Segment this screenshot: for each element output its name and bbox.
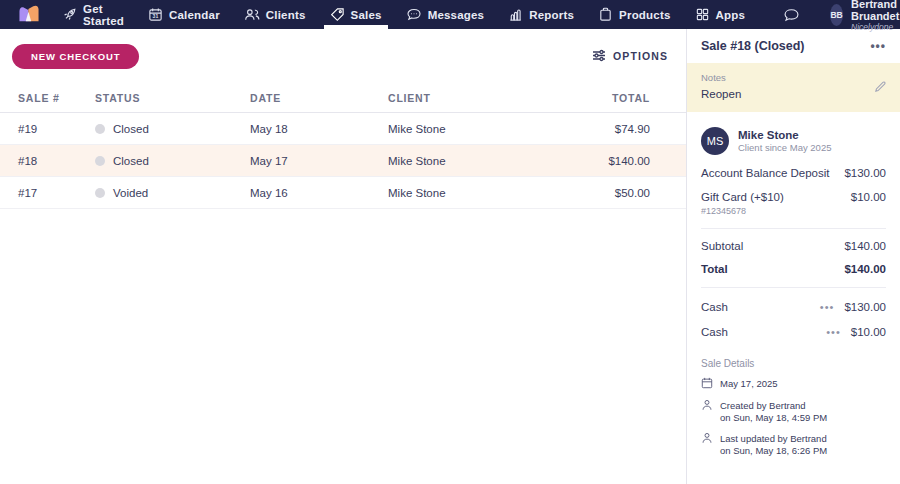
sale-detail-title: Sale #18 (Closed) <box>701 39 805 53</box>
column-header-total: TOTAL <box>546 92 650 104</box>
payment-row-cash-1: Cash ••• $130.00 <box>701 301 886 313</box>
nav-label: Messages <box>428 9 485 21</box>
column-header-status: STATUS <box>95 92 250 104</box>
client-card[interactable]: MS Mike Stone Client since May 2025 <box>701 127 886 155</box>
nav-item-apps[interactable]: Apps <box>683 0 758 29</box>
updated-by-text: Last updated by Bertrand <box>720 433 827 445</box>
client-name: Mike Stone <box>738 128 831 142</box>
messages-icon <box>406 7 422 22</box>
calendar-icon <box>701 378 713 391</box>
updated-on-text: on Sun, May 18, 6:26 PM <box>720 445 827 457</box>
column-header-client: CLIENT <box>388 92 546 104</box>
total-amount: $140.00 <box>844 263 886 275</box>
edit-pencil-icon[interactable] <box>874 79 887 97</box>
nav-item-sales[interactable]: Sales <box>318 0 394 29</box>
subtotal-amount: $140.00 <box>844 240 886 252</box>
options-button[interactable]: OPTIONS <box>592 49 668 64</box>
sale-date-line: May 17, 2025 <box>701 378 886 391</box>
payment-method: Cash <box>701 326 728 338</box>
sale-client: Mike Stone <box>388 123 546 135</box>
rocket-icon <box>62 7 77 22</box>
sale-date: May 17 <box>250 155 388 167</box>
updated-by-line: Last updated by Bertrand on Sun, May 18,… <box>701 433 886 457</box>
divider <box>701 228 886 229</box>
sale-total: $140.00 <box>546 155 650 167</box>
nav-label: Calendar <box>169 9 220 21</box>
person-icon <box>701 433 713 446</box>
line-item-amount: $10.00 <box>851 191 886 203</box>
calendar-icon: 31 <box>148 7 163 22</box>
line-item-name: Gift Card (+$10) <box>701 191 784 203</box>
line-item-account-balance: Account Balance Deposit $130.00 <box>701 167 886 179</box>
app-logo[interactable] <box>8 0 50 29</box>
client-since: Client since May 2025 <box>738 142 831 154</box>
nav-item-products[interactable]: Products <box>586 0 682 29</box>
payment-menu-button[interactable]: ••• <box>820 303 835 311</box>
payment-menu-button[interactable]: ••• <box>826 328 841 336</box>
line-item-name: Account Balance Deposit <box>701 167 830 179</box>
line-item-amount: $130.00 <box>844 167 886 179</box>
nav-item-clients[interactable]: Clients <box>232 0 318 29</box>
nav-item-reports[interactable]: Reports <box>496 0 586 29</box>
subtotal-row: Subtotal $140.00 <box>701 240 886 252</box>
sales-list-area: NEW CHECKOUT OPTIONS SALE # STATUS DATE <box>0 29 686 484</box>
sale-number: #18 <box>18 155 95 167</box>
user-avatar: BB <box>830 4 843 26</box>
sale-details-section: Sale Details May 17, 2025 <box>701 358 886 457</box>
status-label: Closed <box>113 123 149 135</box>
payment-row-cash-2: Cash ••• $10.00 <box>701 326 886 338</box>
nav-item-calendar[interactable]: 31 Calendar <box>136 0 232 29</box>
apps-grid-icon <box>695 7 710 22</box>
sale-total: $74.90 <box>546 123 650 135</box>
nav-item-get-started[interactable]: Get Started <box>50 0 136 29</box>
nav-label: Apps <box>716 9 746 21</box>
created-by-line: Created by Bertrand on Sun, May 18, 4:59… <box>701 400 886 424</box>
sale-date: May 16 <box>250 187 388 199</box>
nav-label: Reports <box>529 9 574 21</box>
notes-value: Reopen <box>701 88 886 100</box>
filter-sliders-icon <box>592 49 606 64</box>
gift-card-number: #12345678 <box>701 206 784 216</box>
sale-details-label: Sale Details <box>701 358 886 369</box>
sale-detail-panel: Sale #18 (Closed) ••• Notes Reopen MS Mi… <box>686 29 900 484</box>
table-row-sale-19[interactable]: #19 Closed May 18 Mike Stone $74.90 <box>0 113 686 145</box>
chat-bubble-button[interactable] <box>775 0 808 29</box>
status-dot <box>95 156 105 166</box>
payment-method: Cash <box>701 301 728 313</box>
options-label: OPTIONS <box>613 50 668 62</box>
line-item-gift-card: Gift Card (+$10) #12345678 $10.00 <box>701 191 886 216</box>
new-checkout-button[interactable]: NEW CHECKOUT <box>12 44 139 69</box>
sale-menu-button[interactable]: ••• <box>870 41 886 51</box>
table-header-row: SALE # STATUS DATE CLIENT TOTAL <box>0 83 686 113</box>
nav-item-messages[interactable]: Messages <box>394 0 497 29</box>
created-on-text: on Sun, May 18, 4:59 PM <box>720 412 827 424</box>
status-dot <box>95 188 105 198</box>
sale-detail-body: MS Mike Stone Client since May 2025 Acco… <box>687 112 900 484</box>
sales-toolbar: NEW CHECKOUT OPTIONS <box>0 29 686 73</box>
sales-table: SALE # STATUS DATE CLIENT TOTAL #19 Clos… <box>0 83 686 209</box>
sale-total: $50.00 <box>546 187 650 199</box>
user-menu[interactable]: BB Bertrand Bruandet Nicelydone <box>826 0 900 29</box>
nav-label: Get Started <box>83 3 124 27</box>
payment-amount: $130.00 <box>844 301 886 313</box>
table-row-sale-17[interactable]: #17 Voided May 16 Mike Stone $50.00 <box>0 177 686 209</box>
total-label: Total <box>701 263 728 275</box>
nav-label: Clients <box>266 9 306 21</box>
page-content: NEW CHECKOUT OPTIONS SALE # STATUS DATE <box>0 29 900 484</box>
notes-section: Notes Reopen <box>687 63 900 112</box>
table-row-sale-18[interactable]: #18 Closed May 17 Mike Stone $140.00 <box>0 145 686 177</box>
nav-label: Products <box>619 9 670 21</box>
sale-client: Mike Stone <box>388 155 546 167</box>
column-header-date: DATE <box>250 92 388 104</box>
sale-date-value: May 17, 2025 <box>720 378 778 390</box>
client-avatar: MS <box>701 127 729 155</box>
person-icon <box>701 400 713 413</box>
status-label: Voided <box>113 187 148 199</box>
notes-label: Notes <box>701 72 886 83</box>
brand-logo-icon <box>16 3 42 27</box>
total-row: Total $140.00 <box>701 263 886 275</box>
column-header-sale: SALE # <box>18 92 95 104</box>
top-nav: Get Started 31 Calendar Clients <box>0 0 900 29</box>
sales-tag-icon <box>330 7 345 22</box>
status-label: Closed <box>113 155 149 167</box>
